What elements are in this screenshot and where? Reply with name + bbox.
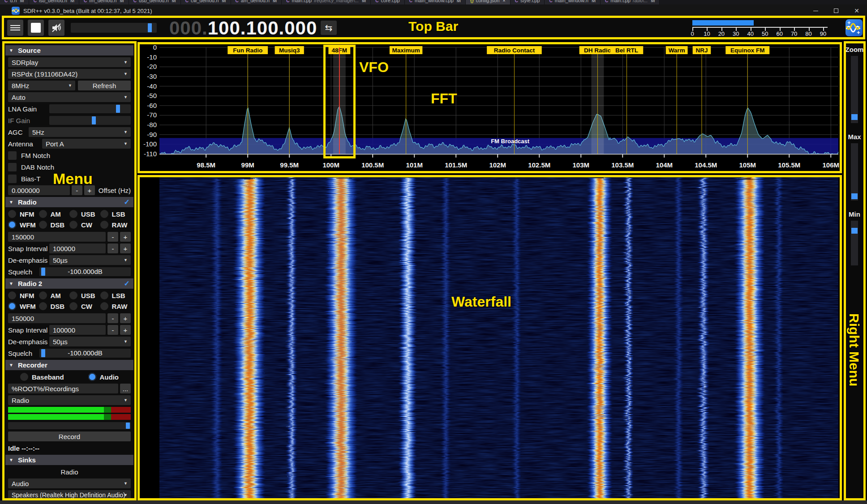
waterfall-display[interactable] (140, 176, 841, 500)
mode-radio-RAW[interactable]: RAW (100, 301, 131, 311)
radio2-squelch-slider[interactable]: -100.000dB (39, 349, 131, 358)
mode-radio-DSB[interactable]: DSB (39, 220, 70, 230)
lna-gain-handle[interactable] (116, 105, 120, 113)
editor-tab-main.cpp[interactable]: Cmain.cppradio\...M (601, 0, 660, 4)
mode-radio-USB[interactable]: USB (69, 290, 100, 300)
sink-device-select[interactable]: Speakers (Realtek High Definition Audio)… (8, 490, 131, 500)
mode-radio-LSB[interactable]: LSB (100, 209, 131, 219)
mode-radio-WFM[interactable]: WFM (8, 220, 39, 230)
mode-radio-NFM[interactable]: NFM (8, 290, 39, 300)
editor-tab-main_window.cpp[interactable]: Cmain_window.cppM (405, 0, 466, 4)
editor-tab-fm_demod.h[interactable]: Cfm_demod.hM (79, 0, 129, 4)
fft-display[interactable]: 0-10-20-30-40-50-60-70-80-90-100-110FM B… (140, 45, 841, 174)
minimize-button[interactable] (805, 4, 826, 17)
radio1-deemphasis-select[interactable]: 50µs ▼ (49, 255, 131, 265)
offset-input[interactable]: 0.000000 (8, 185, 70, 195)
source-device-select[interactable]: RSPdx (191106DA42) ▼ (8, 69, 131, 79)
close-button[interactable]: ✕ (846, 4, 867, 17)
bias-t-checkbox[interactable]: Bias-T (8, 174, 131, 184)
radio2-snap-input[interactable]: 100000 (49, 325, 106, 335)
bandwidth-plus-button[interactable]: + (120, 313, 131, 323)
bandwidth-select[interactable]: 8MHz ▼ (8, 81, 75, 90)
stop-button[interactable] (28, 20, 44, 36)
module-enabled-check-icon[interactable]: ✓ (124, 279, 130, 288)
volume-slider-handle[interactable] (148, 23, 152, 32)
fm-notch-checkbox[interactable]: FM Notch (8, 150, 131, 160)
mode-radio-AM[interactable]: AM (39, 290, 70, 300)
zoom-slider[interactable] (851, 56, 858, 123)
if-gain-slider[interactable] (49, 116, 131, 125)
mode-radio-RAW[interactable]: RAW (100, 220, 131, 230)
editor-tab-main_window.h[interactable]: Cmain_window.hM (545, 0, 601, 4)
bandwidth-minus-button[interactable]: - (107, 313, 118, 323)
mode-radio-USB[interactable]: USB (69, 209, 100, 219)
editor-tab-am_demod.h[interactable]: Cam_demod.hM (231, 0, 282, 4)
editor-tab-cw_demod.h[interactable]: Ccw_demod.hM (181, 0, 231, 4)
menu-toggle-button[interactable] (7, 20, 23, 36)
if-agc-select[interactable]: Auto ▼ (8, 92, 131, 102)
mode-radio-NFM[interactable]: NFM (8, 209, 39, 219)
radio2-bandwidth-input[interactable]: 150000 (8, 313, 106, 323)
snap-plus-button[interactable]: + (120, 243, 131, 253)
snap-minus-button[interactable]: - (107, 325, 118, 335)
editor-tab-main.cpp[interactable]: Cmain.cppfrequency_manager\...M (282, 0, 371, 4)
mute-button[interactable] (48, 20, 64, 36)
recorder-volume-slider[interactable] (8, 422, 131, 429)
editor-tab-d.h[interactable]: Cd.hM (0, 0, 29, 4)
mode-radio-DSB[interactable]: DSB (39, 301, 70, 311)
source-driver-select[interactable]: SDRplay ▼ (8, 57, 131, 67)
recording-path-input[interactable]: %ROOT%/Recordings (8, 384, 118, 393)
min-slider-handle[interactable] (851, 228, 858, 234)
max-slider[interactable] (851, 143, 858, 201)
sink-type-select[interactable]: Audio ▼ (8, 478, 131, 488)
if-gain-handle[interactable] (92, 116, 96, 124)
section-header-radio2[interactable]: ▼ Radio 2 ✓ (5, 278, 133, 289)
offset-plus-button[interactable]: + (84, 185, 95, 195)
editor-tab-usb_demod.h[interactable]: Cusb_demod.hM (129, 0, 181, 4)
min-slider[interactable] (851, 221, 858, 265)
bandwidth-minus-button[interactable]: - (107, 232, 118, 242)
module-enabled-check-icon[interactable]: ✓ (124, 198, 130, 206)
max-slider-handle[interactable] (851, 193, 858, 199)
editor-tab-style.cpp[interactable]: Cstyle.cpp (511, 0, 545, 4)
zoom-slider-handle[interactable] (851, 114, 858, 120)
browse-button[interactable]: ... (120, 384, 131, 393)
mode-radio-CW[interactable]: CW (69, 220, 100, 230)
record-button[interactable]: Record (8, 431, 131, 441)
offset-minus-button[interactable]: - (72, 185, 82, 195)
snap-minus-button[interactable]: - (107, 243, 118, 253)
snap-plus-button[interactable]: + (120, 325, 131, 335)
mode-radio-WFM[interactable]: WFM (8, 301, 39, 311)
radio2-deemphasis-select[interactable]: 50µs ▼ (49, 337, 131, 346)
recorder-stream-select[interactable]: Radio ▼ (8, 395, 131, 405)
maximize-button[interactable] (826, 4, 846, 17)
refresh-button[interactable]: Refresh (78, 81, 131, 90)
mode-radio-AM[interactable]: AM (39, 209, 70, 219)
bandwidth-plus-button[interactable]: + (120, 232, 131, 242)
recorder-volume-handle[interactable] (126, 423, 130, 429)
radio1-snap-input[interactable]: 100000 (49, 243, 106, 253)
radio1-squelch-slider[interactable]: -100.000dB (39, 267, 131, 276)
frequency-dim-digits: 000. (169, 17, 208, 39)
mode-radio-LSB[interactable]: LSB (100, 290, 131, 300)
volume-slider[interactable] (71, 23, 157, 33)
recorder-audio-radio[interactable]: Audio (88, 372, 119, 382)
section-header-recorder[interactable]: ▼ Recorder (5, 360, 133, 370)
radio-circle-icon (88, 373, 96, 381)
editor-tab-config.json[interactable]: {}config.json× (466, 0, 511, 4)
agc-select[interactable]: 5Hz ▼ (29, 127, 131, 137)
section-header-source[interactable]: ▼ Source (5, 45, 133, 56)
frequency-display[interactable]: 000.100.100.000 (169, 17, 317, 39)
recorder-baseband-radio[interactable]: Baseband (20, 372, 64, 382)
section-header-radio[interactable]: ▼ Radio ✓ (5, 197, 133, 207)
section-header-sinks[interactable]: ▼ Sinks (5, 455, 133, 465)
editor-tab-core.cpp[interactable]: Ccore.cpp (371, 0, 404, 4)
antenna-select[interactable]: Port A ▼ (42, 139, 131, 149)
vfo-swap-button[interactable]: ⇆ (321, 21, 337, 35)
editor-tab-strip[interactable]: Cd.hMClsb_demod.hMCfm_demod.hMCusb_demod… (0, 0, 867, 4)
radio1-bandwidth-input[interactable]: 150000 (8, 232, 106, 242)
dab-notch-checkbox[interactable]: DAB Notch (8, 162, 131, 172)
lna-gain-slider[interactable] (49, 104, 131, 113)
editor-tab-lsb_demod.h[interactable]: Clsb_demod.hM (29, 0, 79, 4)
mode-radio-CW[interactable]: CW (69, 301, 100, 311)
